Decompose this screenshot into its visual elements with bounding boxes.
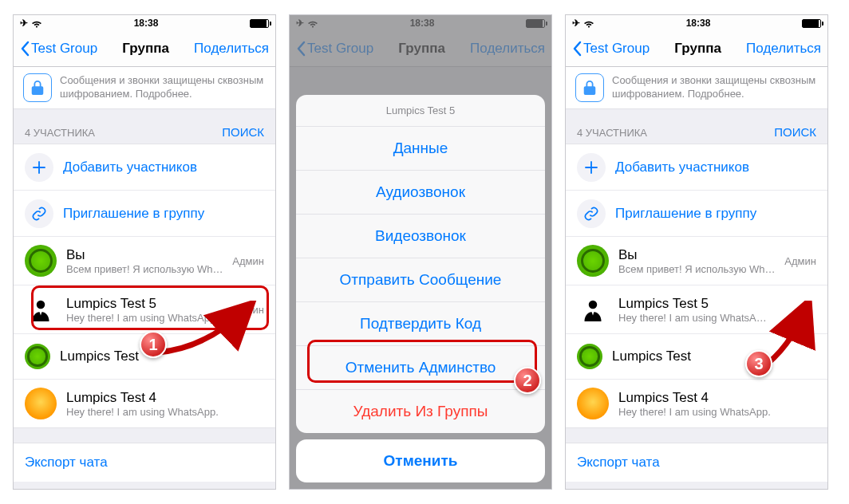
participants-list: Добавить участников Приглашение в группу… xyxy=(566,144,827,428)
sheet-video[interactable]: Видеозвонок xyxy=(296,214,545,258)
share-button[interactable]: Поделиться xyxy=(746,41,821,57)
link-icon xyxy=(577,199,606,228)
back-label: Test Group xyxy=(31,41,97,57)
member-you-badge: Админ xyxy=(784,255,816,267)
encryption-row[interactable]: Сообщения и звонки защищены сквозным шиф… xyxy=(566,67,827,109)
export-chat-row[interactable]: Экспорт чата xyxy=(14,443,275,482)
sheet-audio[interactable]: Аудиозвонок xyxy=(296,170,545,214)
sheet-send[interactable]: Отправить Сообщение xyxy=(296,258,545,301)
add-participants-label: Добавить участников xyxy=(63,159,264,175)
screen-3: ✈ 18:38 Test Group Группа Поделиться Соо… xyxy=(565,14,828,490)
plus-icon xyxy=(577,153,606,182)
airplane-icon: ✈ xyxy=(572,18,580,29)
member-lumpics5[interactable]: Lumpics Test 5 Hey there! I am using Wha… xyxy=(14,285,275,334)
avatar-lumpics4 xyxy=(25,388,57,419)
add-participants-label: Добавить участников xyxy=(615,159,816,175)
sheet-cancel[interactable]: Отменить xyxy=(296,439,545,482)
member-lumpics-name: Lumpics Test xyxy=(612,348,816,364)
sheet-info[interactable]: Данные xyxy=(296,126,545,170)
sheet-revoke-admin[interactable]: Отменить Админство xyxy=(296,345,545,389)
avatar-lumpics xyxy=(577,344,602,369)
add-participants-row[interactable]: Добавить участников xyxy=(14,144,275,191)
screen-1: ✈ 18:38 Test Group Группа Поделиться Соо… xyxy=(13,14,276,490)
status-time: 18:38 xyxy=(134,18,159,29)
nav-bar: Test Group Группа Поделиться xyxy=(14,31,275,67)
avatar-lumpics5 xyxy=(577,293,609,325)
sheet-title: Lumpics Test 5 xyxy=(296,95,545,126)
add-participants-row[interactable]: Добавить участников xyxy=(566,144,827,191)
status-bar: ✈ 18:38 xyxy=(566,15,827,31)
participants-count: 4 УЧАСТНИКА xyxy=(25,127,95,139)
member-lumpics5-name: Lumpics Test 5 xyxy=(618,296,816,312)
invite-link-row[interactable]: Приглашение в группу xyxy=(14,191,275,237)
action-sheet: Lumpics Test 5 Данные Аудиозвонок Видеоз… xyxy=(296,95,545,482)
wifi-icon xyxy=(583,18,594,29)
action-sheet-group: Lumpics Test 5 Данные Аудиозвонок Видеоз… xyxy=(296,95,545,433)
link-icon xyxy=(25,199,53,228)
chevron-left-icon xyxy=(20,41,30,57)
participants-header: 4 УЧАСТНИКА ПОИСК xyxy=(566,109,827,144)
member-lumpics-name: Lumpics Test xyxy=(60,348,264,364)
plus-icon xyxy=(25,153,53,182)
nav-bar: Test Group Группа Поделиться xyxy=(566,31,827,67)
member-lumpics[interactable]: Lumpics Test xyxy=(14,334,275,380)
avatar-lumpics4 xyxy=(577,388,609,419)
member-lumpics[interactable]: Lumpics Test xyxy=(566,334,827,380)
participants-list: Добавить участников Приглашение в группу… xyxy=(14,144,275,428)
battery-icon xyxy=(802,19,821,28)
member-lumpics5-status: Hey there! I am using WhatsA… xyxy=(618,312,816,324)
member-lumpics4[interactable]: Lumpics Test 4 Hey there! I am using Wha… xyxy=(566,380,827,427)
member-lumpics5-badge: Админ xyxy=(232,304,264,316)
member-lumpics4-status: Hey there! I am using WhatsApp. xyxy=(66,406,264,418)
battery-icon xyxy=(250,19,269,28)
member-you[interactable]: Вы Всем привет! Я использую Wh… Админ xyxy=(14,237,275,285)
encryption-text: Сообщения и звонки защищены сквозным шиф… xyxy=(60,74,266,101)
status-bar: ✈ 18:38 xyxy=(14,15,275,31)
back-button[interactable]: Test Group xyxy=(20,41,97,57)
sheet-verify[interactable]: Подтвердить Код xyxy=(296,301,545,345)
member-lumpics4-name: Lumpics Test 4 xyxy=(618,390,816,406)
nav-title: Группа xyxy=(674,41,721,57)
airplane-icon: ✈ xyxy=(20,18,28,29)
participants-header: 4 УЧАСТНИКА ПОИСК xyxy=(14,109,275,144)
wifi-icon xyxy=(31,18,42,29)
svg-point-1 xyxy=(589,301,598,309)
member-lumpics4[interactable]: Lumpics Test 4 Hey there! I am using Wha… xyxy=(14,380,275,427)
screen-2: ✈ 18:38 Test Group Группа Поделиться Lum… xyxy=(289,14,552,490)
member-you[interactable]: Вы Всем привет! Я использую Wh… Админ xyxy=(566,237,827,285)
member-lumpics4-status: Hey there! I am using WhatsApp. xyxy=(618,406,816,418)
lock-icon xyxy=(575,73,604,102)
back-button[interactable]: Test Group xyxy=(572,41,650,57)
sheet-remove[interactable]: Удалить Из Группы xyxy=(296,389,545,433)
search-link[interactable]: ПОИСК xyxy=(774,125,816,139)
encryption-text: Сообщения и звонки защищены сквозным шиф… xyxy=(612,74,818,101)
status-time: 18:38 xyxy=(686,18,711,29)
avatar-lumpics xyxy=(25,344,50,369)
avatar-you xyxy=(25,245,57,277)
member-lumpics5[interactable]: Lumpics Test 5 Hey there! I am using Wha… xyxy=(566,285,827,334)
lock-icon xyxy=(23,73,52,102)
participants-count: 4 УЧАСТНИКА xyxy=(577,127,647,139)
back-label: Test Group xyxy=(583,41,650,57)
invite-link-row[interactable]: Приглашение в группу xyxy=(566,191,827,237)
invite-link-label: Приглашение в группу xyxy=(615,206,816,222)
member-lumpics4-name: Lumpics Test 4 xyxy=(66,390,264,406)
member-you-badge: Админ xyxy=(232,255,264,267)
nav-title: Группа xyxy=(122,41,169,57)
encryption-row[interactable]: Сообщения и звонки защищены сквозным шиф… xyxy=(14,67,275,109)
invite-link-label: Приглашение в группу xyxy=(63,206,264,222)
avatar-lumpics5 xyxy=(25,293,57,325)
avatar-you xyxy=(577,245,609,277)
svg-point-0 xyxy=(37,301,45,309)
chevron-left-icon xyxy=(572,41,582,57)
export-chat-row[interactable]: Экспорт чата xyxy=(566,443,827,482)
search-link[interactable]: ПОИСК xyxy=(222,125,264,139)
share-button[interactable]: Поделиться xyxy=(194,41,269,57)
